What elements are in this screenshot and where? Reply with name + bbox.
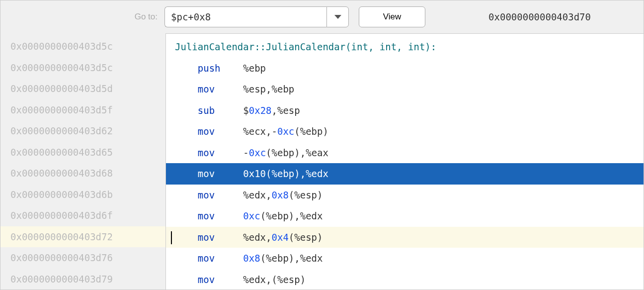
register: %esp <box>294 190 317 200</box>
mnemonic: mov <box>198 232 215 243</box>
pc-display: 0x0000000000403d70 <box>488 11 591 22</box>
disassembly-area: 0x0000000000403d5c0x0000000000403d5c0x00… <box>0 33 644 290</box>
operand: ), <box>289 253 300 264</box>
address-cell: 0x0000000000403d6b <box>0 184 165 205</box>
register: %ebp <box>272 168 295 179</box>
immediate: 0x8 <box>272 190 289 200</box>
goto-label: Go to: <box>8 12 158 22</box>
disassembly-code[interactable]: JulianCalendar::JulianCalendar(int, int,… <box>165 33 644 290</box>
immediate: 0x8 <box>243 253 260 264</box>
immediate: 0xc <box>243 210 260 221</box>
operand: ( <box>266 147 271 158</box>
code-row[interactable]: mov %esp,%ebp <box>166 79 644 100</box>
address-gutter: 0x0000000000403d5c0x0000000000403d5c0x00… <box>0 33 165 290</box>
immediate: 0xc <box>277 126 294 137</box>
register: %esp <box>277 274 300 285</box>
address-cell: 0x0000000000403d76 <box>0 247 165 269</box>
operand: ( <box>289 190 294 200</box>
immediate: 0x4 <box>272 232 289 243</box>
code-row[interactable]: sub $0x28,%esp <box>166 100 644 121</box>
operand: ), <box>294 168 306 179</box>
address-cell: 0x0000000000403d5f <box>0 99 165 121</box>
toolbar: Go to: View 0x0000000000403d70 <box>0 0 644 33</box>
function-signature: JulianCalendar::JulianCalendar(int, int,… <box>175 41 436 52</box>
mnemonic: mov <box>198 274 215 285</box>
operand: ) <box>300 274 306 285</box>
operand: ( <box>289 232 294 243</box>
register: %edx, <box>243 190 271 200</box>
address-cell: 0x0000000000403d5d <box>0 78 165 99</box>
view-button[interactable]: View <box>359 6 425 27</box>
immediate: 0x28 <box>249 105 272 116</box>
text-caret <box>171 231 172 244</box>
mnemonic: mov <box>198 168 215 179</box>
operand: ( <box>260 210 266 221</box>
code-row[interactable]: push %ebp <box>166 58 644 79</box>
code-row[interactable]: mov %ecx,-0xc(%ebp) <box>166 121 644 142</box>
operand: ( <box>294 126 300 137</box>
mnemonic: mov <box>198 126 215 137</box>
operand: ), <box>289 210 300 221</box>
code-row[interactable]: mov -0xc(%ebp),%eax <box>166 142 644 164</box>
register: %ebp <box>272 147 295 158</box>
register: %edx, <box>243 232 271 243</box>
immediate: 0xc <box>249 147 266 158</box>
code-row[interactable]: mov %edx,0x8(%esp) <box>166 185 644 206</box>
code-row[interactable]: mov %edx,0x4(%esp) <box>166 227 644 248</box>
register: %ebp <box>266 253 289 264</box>
address-cell: 0x0000000000403d79 <box>0 269 165 290</box>
register: %edx,( <box>243 274 277 285</box>
mnemonic: mov <box>198 190 215 200</box>
address-cell: 0x0000000000403d68 <box>0 163 165 184</box>
register: %edx <box>300 253 323 264</box>
mnemonic: sub <box>198 105 215 116</box>
register: %esp <box>294 232 317 243</box>
immediate: 0x10 <box>243 168 266 179</box>
operand: ) <box>322 126 328 137</box>
register: %esp, <box>243 84 271 95</box>
code-row[interactable]: mov 0x8(%ebp),%edx <box>166 248 644 269</box>
address-cell: 0x0000000000403d65 <box>0 142 165 163</box>
operand: ), <box>294 147 306 158</box>
operand: ) <box>317 190 322 200</box>
operand: - <box>243 147 248 158</box>
code-row[interactable]: mov 0xc(%ebp),%edx <box>166 205 644 227</box>
register: %ebp <box>272 84 295 95</box>
operand: ) <box>317 232 322 243</box>
operand: $ <box>243 105 248 116</box>
chevron-down-icon <box>334 15 341 19</box>
code-row[interactable]: mov 0x10(%ebp),%edx <box>166 163 644 185</box>
register: %edx <box>300 210 323 221</box>
address-cell: 0x0000000000403d5c <box>0 36 165 57</box>
goto-dropdown-button[interactable] <box>326 6 349 27</box>
register: %esp <box>277 105 300 116</box>
register: %edx <box>306 168 328 179</box>
mnemonic: push <box>198 63 221 74</box>
mnemonic: mov <box>198 210 215 221</box>
goto-combo <box>164 6 349 27</box>
mnemonic: mov <box>198 253 215 264</box>
code-row[interactable]: mov %edx,(%esp) <box>166 269 644 290</box>
code-row[interactable]: JulianCalendar::JulianCalendar(int, int,… <box>166 36 644 58</box>
address-cell: 0x0000000000403d6f <box>0 205 165 226</box>
address-cell: 0x0000000000403d72 <box>0 226 165 248</box>
address-cell: 0x0000000000403d5c <box>0 57 165 79</box>
operand: , <box>272 105 277 116</box>
register: %eax <box>306 147 328 158</box>
operand: ( <box>266 168 271 179</box>
register: %ebp <box>300 126 323 137</box>
mnemonic: mov <box>198 147 215 158</box>
mnemonic: mov <box>198 84 215 95</box>
register: %ebp <box>266 210 289 221</box>
goto-input[interactable] <box>164 6 326 27</box>
register: %ecx,- <box>243 126 277 137</box>
register: %ebp <box>243 63 266 74</box>
address-cell: 0x0000000000403d62 <box>0 120 165 142</box>
operand: ( <box>260 253 266 264</box>
